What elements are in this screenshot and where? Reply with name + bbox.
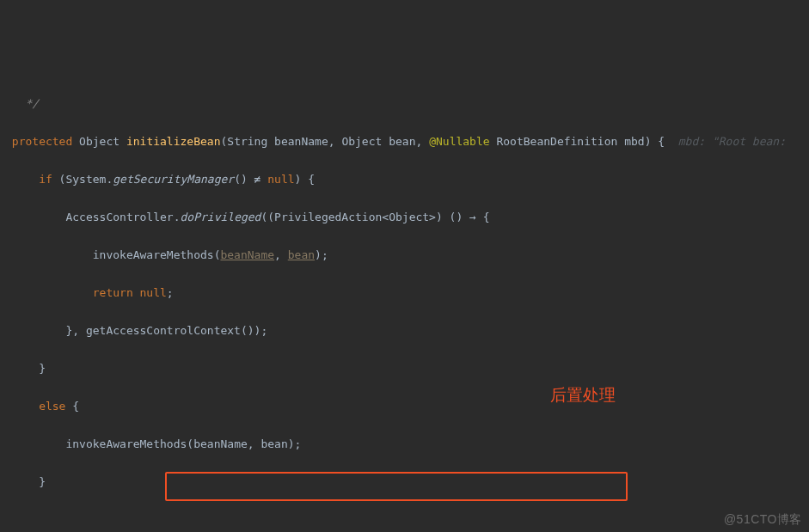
code-line[interactable]: */ — [5, 95, 809, 113]
code-editor[interactable]: */ protected Object initializeBean(Strin… — [0, 76, 809, 532]
method-signature[interactable]: protected Object initializeBean(String b… — [5, 132, 809, 151]
arg-bean: bean — [260, 437, 287, 450]
kw-else: else — [39, 400, 65, 413]
arg-beanName: beanName — [220, 248, 274, 261]
code-line[interactable]: else { — [5, 397, 809, 416]
code-line[interactable]: AccessController.doPrivileged((Privilege… — [5, 208, 809, 227]
kw-return: return — [93, 286, 133, 299]
call-invokeAwareMethods: invokeAwareMethods — [93, 248, 214, 261]
kw-null: null — [140, 286, 167, 299]
param-name: mbd — [624, 135, 644, 148]
comment-fragment: */ — [19, 97, 39, 110]
param-type: String — [227, 135, 267, 148]
arg-bean: bean — [288, 248, 315, 261]
kw-null: null — [267, 173, 294, 186]
call-invokeAwareMethods: invokeAwareMethods — [65, 437, 187, 450]
kw-if: if — [39, 173, 52, 186]
inline-hint: mbd: "Root bean: — [678, 135, 786, 148]
code-line[interactable]: return null; — [5, 284, 809, 303]
code-line[interactable]: }, getAccessControlContext()); — [5, 321, 809, 340]
code-line[interactable]: if (System.getSecurityManager() ≠ null) … — [5, 170, 809, 189]
param-type: Object — [341, 135, 382, 148]
param-name: beanName — [274, 135, 328, 148]
call-getSecurityManager: getSecurityManager — [113, 173, 234, 186]
code-line[interactable]: invokeAwareMethods(beanName, bean); — [5, 435, 809, 454]
cls-accesscontroller: AccessController — [65, 211, 173, 223]
code-line[interactable]: } — [5, 473, 809, 492]
lambda-cast: (PrivilegedAction<Object>) () — [267, 211, 469, 223]
call-doPrivileged: doPrivileged — [181, 211, 261, 223]
code-line[interactable] — [5, 511, 809, 529]
call-getAccessControlContext: getAccessControlContext — [86, 324, 241, 337]
code-line[interactable]: } — [5, 359, 809, 378]
param-type: RootBeanDefinition — [496, 135, 617, 148]
arg-beanName: beanName — [193, 437, 248, 450]
code-line[interactable]: invokeAwareMethods(beanName, bean); — [5, 246, 809, 265]
kw-protected: protected — [12, 135, 72, 148]
param-name: bean — [389, 135, 415, 148]
cls-system: System — [65, 173, 106, 186]
method-name: initializeBean — [126, 135, 221, 148]
annotation-nullable: @Nullable — [429, 135, 489, 148]
return-type: Object — [79, 135, 120, 148]
